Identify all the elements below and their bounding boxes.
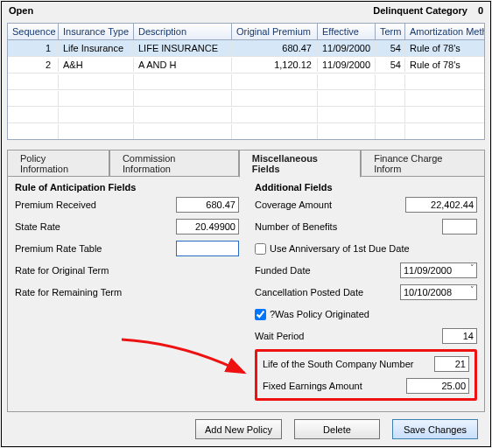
premium-received-input[interactable] bbox=[176, 197, 239, 213]
status-label: Open bbox=[9, 5, 373, 16]
cell-description: LIFE INSURANCE bbox=[134, 41, 232, 55]
cell-insurance_type: A&H bbox=[59, 58, 134, 72]
save-changes-button[interactable]: Save Changes bbox=[392, 419, 478, 439]
cell-original_premium: 680.47 bbox=[232, 41, 318, 55]
add-new-policy-button[interactable]: Add New Policy bbox=[195, 419, 282, 439]
action-button-row: Add New Policy Delete Save Changes bbox=[195, 419, 478, 439]
additional-fields-title: Additional Fields bbox=[255, 182, 477, 192]
number-of-benefits-label: Number of Benefits bbox=[255, 221, 442, 232]
col-effective[interactable]: Effective bbox=[318, 24, 376, 39]
cell-amortization: Rule of 78's bbox=[405, 41, 484, 55]
delinquent-category-label: Delinquent Category bbox=[373, 5, 467, 16]
cell-term: 54 bbox=[376, 58, 405, 72]
delete-button[interactable]: Delete bbox=[294, 419, 380, 439]
was-policy-originated-row: ?Was Policy Originated bbox=[255, 305, 477, 323]
col-insurance-type[interactable]: Insurance Type bbox=[59, 24, 134, 39]
col-description[interactable]: Description bbox=[134, 24, 232, 39]
use-anniversary-label: Use Anniversary of 1st Due Date bbox=[270, 243, 410, 254]
highlighted-fields-box: Life of the South Company Number Fixed E… bbox=[255, 349, 477, 401]
use-anniversary-checkbox[interactable] bbox=[255, 243, 266, 255]
col-sequence[interactable]: Sequence bbox=[8, 24, 59, 39]
was-policy-originated-label: ?Was Policy Originated bbox=[270, 309, 369, 319]
col-amortization[interactable]: Amortization Method bbox=[405, 24, 484, 39]
was-policy-originated-checkbox[interactable] bbox=[255, 309, 266, 320]
rate-original-term-label: Rate for Original Term bbox=[15, 265, 239, 276]
cell-insurance_type: Life Insurance bbox=[59, 41, 134, 55]
cell-effective: 11/09/2000 bbox=[318, 41, 376, 55]
funded-date-label: Funded Date bbox=[255, 265, 400, 276]
rate-remaining-term-label: Rate for Remaining Term bbox=[15, 287, 239, 298]
table-row-empty bbox=[8, 107, 484, 123]
premium-rate-table-label: Premium Rate Table bbox=[15, 243, 176, 254]
tab-finance-charge-information[interactable]: Finance Charge Inform bbox=[361, 150, 485, 177]
rule-of-anticipation-section: Rule of Anticipation Fields Premium Rece… bbox=[15, 182, 239, 402]
use-anniversary-checkbox-row: Use Anniversary of 1st Due Date bbox=[255, 240, 477, 257]
cell-term: 54 bbox=[376, 41, 405, 55]
tab-miscellaneous-fields[interactable]: Miscellaneous Fields bbox=[239, 150, 361, 178]
cell-effective: 11/09/2000 bbox=[318, 58, 376, 72]
fixed-earnings-label: Fixed Earnings Amount bbox=[263, 381, 406, 391]
delinquent-category-value: 0 bbox=[474, 5, 483, 16]
fixed-earnings-input[interactable] bbox=[406, 378, 469, 394]
cell-sequence: 1 bbox=[8, 41, 59, 55]
table-row[interactable]: 2A&HA AND H1,120.1211/09/200054Rule of 7… bbox=[8, 57, 484, 74]
number-of-benefits-input[interactable] bbox=[442, 219, 477, 234]
col-original-premium[interactable]: Original Premium bbox=[232, 24, 318, 39]
policy-window: Open Delinquent Category 0 Sequence Insu… bbox=[1, 1, 491, 447]
tab-body-miscellaneous: Rule of Anticipation Fields Premium Rece… bbox=[7, 176, 485, 412]
table-row-empty bbox=[8, 74, 484, 90]
life-of-south-label: Life of the South Company Number bbox=[263, 359, 434, 369]
header-bar: Open Delinquent Category 0 bbox=[2, 2, 490, 18]
grid-header: Sequence Insurance Type Description Orig… bbox=[8, 24, 484, 40]
cancellation-date-label: Cancellation Posted Date bbox=[255, 287, 400, 298]
table-row-empty bbox=[8, 90, 484, 107]
coverage-amount-input[interactable] bbox=[405, 197, 477, 213]
rule-of-anticipation-title: Rule of Anticipation Fields bbox=[15, 182, 239, 192]
cell-original_premium: 1,120.12 bbox=[232, 58, 318, 72]
table-row-empty bbox=[8, 123, 484, 140]
cell-amortization: Rule of 78's bbox=[405, 58, 484, 72]
tab-policy-information[interactable]: Policy Information bbox=[7, 150, 109, 177]
life-of-south-input[interactable] bbox=[434, 356, 469, 372]
cancellation-date-input[interactable] bbox=[400, 284, 477, 300]
table-row[interactable]: 1Life InsuranceLIFE INSURANCE680.4711/09… bbox=[8, 40, 484, 57]
coverage-amount-label: Coverage Amount bbox=[255, 200, 405, 210]
additional-fields-section: Additional Fields Coverage Amount Number… bbox=[255, 182, 477, 402]
state-rate-input[interactable] bbox=[176, 219, 239, 234]
col-term[interactable]: Term bbox=[376, 24, 405, 39]
premium-received-label: Premium Received bbox=[15, 200, 176, 210]
tab-strip: Policy Information Commission Informatio… bbox=[7, 150, 485, 177]
cell-sequence: 2 bbox=[8, 58, 59, 72]
wait-period-input[interactable] bbox=[442, 328, 477, 344]
funded-date-input[interactable] bbox=[400, 262, 477, 278]
policy-grid[interactable]: Sequence Insurance Type Description Orig… bbox=[7, 23, 485, 140]
tab-commission-information[interactable]: Commission Information bbox=[109, 150, 239, 177]
cell-description: A AND H bbox=[134, 58, 232, 72]
wait-period-label: Wait Period bbox=[255, 331, 442, 341]
state-rate-label: State Rate bbox=[15, 221, 176, 232]
premium-rate-table-input[interactable] bbox=[176, 241, 239, 256]
